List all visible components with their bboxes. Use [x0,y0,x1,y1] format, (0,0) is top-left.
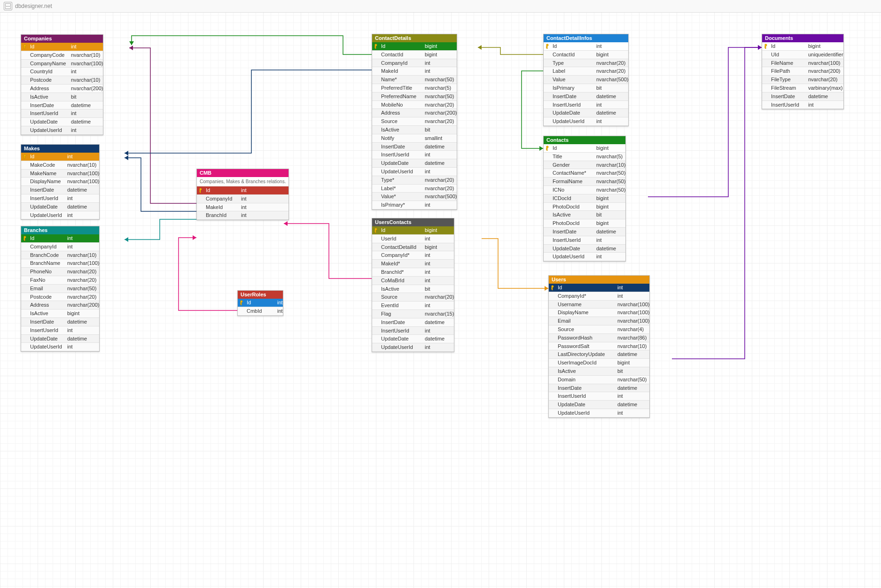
table-field-row[interactable]: UpdateDatedatetime [21,335,99,343]
table-field-row[interactable]: EventIdint [372,302,454,310]
table-field-row[interactable]: Emailnvarchar(50) [21,285,99,293]
table-field-row[interactable]: Label*nvarchar(20) [372,185,457,193]
table-field-row[interactable]: Idbigint [762,42,843,51]
table-field-row[interactable]: IsActivebit [549,367,649,376]
table-field-row[interactable]: Idint [238,299,283,307]
table-field-row[interactable]: Valuenvarchar(500) [544,76,628,84]
table-field-row[interactable]: IsActivebit [372,285,454,294]
table-field-row[interactable]: MakeNamenvarchar(100) [21,170,99,178]
table-field-row[interactable]: Name*nvarchar(50) [372,76,457,84]
table-field-row[interactable]: Usernamenvarchar(100) [549,301,649,309]
table-field-row[interactable]: UpdateDatedatetime [544,109,628,117]
table-field-row[interactable]: IsActivebit [372,126,457,134]
table-header[interactable]: Users [549,276,649,284]
table-field-row[interactable]: InsertUserIdint [544,236,625,245]
table-field-row[interactable]: UpdateDatedatetime [549,401,649,409]
table-field-row[interactable]: InsertUserIdint [372,151,457,159]
table-field-row[interactable]: Idint [21,153,99,161]
table-field-row[interactable]: MakeIdint [372,67,457,76]
table-field-row[interactable]: UpdateUserIdint [21,343,99,351]
table-field-row[interactable]: CmbIdint [238,307,283,316]
table-field-row[interactable]: CoMaBrIdint [372,277,454,285]
table-field-row[interactable]: ContactIdbigint [544,51,628,59]
table-field-row[interactable]: Addressnvarchar(200) [21,301,99,309]
table-cmb[interactable]: CMBCompanies, Makes & Branches relations… [196,169,289,220]
table-userscontacts[interactable]: UsersContactsIdbigintUserIdintContactDet… [372,218,454,352]
table-field-row[interactable]: UpdateUserIdint [21,211,99,220]
table-userroles[interactable]: UserRolesIdintCmbIdint [237,290,283,316]
table-field-row[interactable]: IsPrimarybit [544,84,628,93]
table-field-row[interactable]: BranchNamenvarchar(100) [21,259,99,268]
table-field-row[interactable]: IsActivebit [544,211,625,219]
table-field-row[interactable]: UpdateDatedatetime [372,335,454,343]
table-field-row[interactable]: ICNonvarchar(50) [544,186,625,194]
table-field-row[interactable]: PhotoDocIdbigint [544,203,625,211]
table-field-row[interactable]: MakeIdint [197,203,288,212]
table-header[interactable]: UsersContacts [372,218,454,226]
table-field-row[interactable]: CompanyIdint [372,59,457,68]
table-field-row[interactable]: Sourcenvarchar(20) [372,117,457,126]
table-field-row[interactable]: InsertDatedatetime [372,318,454,327]
table-field-row[interactable]: UpdateDatedatetime [544,245,625,253]
table-field-row[interactable]: ContactDetailIdbigint [372,243,454,252]
table-contacts[interactable]: ContactsIdbigintTitlenvarchar(5)Gendernv… [543,136,626,262]
table-field-row[interactable]: PreferredTitlenvarchar(5) [372,84,457,93]
table-field-row[interactable]: ICDocIdbigint [544,194,625,203]
table-field-row[interactable]: UserIdint [372,235,454,243]
table-field-row[interactable]: Idbigint [544,144,625,153]
table-field-row[interactable]: Postcodenvarchar(20) [21,293,99,302]
table-header[interactable]: Branches [21,226,99,234]
table-field-row[interactable]: UIduniqueidentifier [762,51,843,59]
table-field-row[interactable]: CompanyCodenvarchar(10) [21,51,103,60]
table-header[interactable]: Documents [762,34,843,42]
table-field-row[interactable]: BranchCodenvarchar(10) [21,251,99,260]
table-field-row[interactable]: Notifysmallint [372,134,457,143]
table-field-row[interactable]: ContactName*nvarchar(50) [544,169,625,178]
table-field-row[interactable]: PhoneNonvarchar(20) [21,268,99,276]
table-field-row[interactable]: InsertDatedatetime [549,384,649,393]
table-header[interactable]: CMB [197,169,288,177]
table-branches[interactable]: BranchesIdintCompanyIdintBranchCodenvarc… [21,226,100,352]
table-field-row[interactable]: PasswordHashnvarchar(86) [549,334,649,342]
table-field-row[interactable]: Idbigint [372,226,454,235]
table-field-row[interactable]: CompanyIdint [21,243,99,251]
table-field-row[interactable]: InsertUserIdint [549,392,649,401]
table-field-row[interactable]: FileNamenvarchar(100) [762,59,843,68]
table-field-row[interactable]: CompanyId*int [372,251,454,260]
table-field-row[interactable]: Idint [21,234,99,243]
table-field-row[interactable]: IsActivebit [21,93,103,101]
table-companies[interactable]: CompaniesIdintCompanyCodenvarchar(10)Com… [21,34,103,135]
table-field-row[interactable]: CountryIdint [21,68,103,76]
table-field-row[interactable]: Idint [544,42,628,51]
table-field-row[interactable]: Sourcenvarchar(20) [372,293,454,302]
table-field-row[interactable]: UpdateDatedatetime [21,118,103,126]
table-header[interactable]: Companies [21,35,103,43]
table-field-row[interactable]: InsertDatedatetime [544,228,625,236]
table-field-row[interactable]: InsertDatedatetime [21,186,99,194]
table-field-row[interactable]: Idint [549,284,649,292]
table-field-row[interactable]: Value*nvarchar(500) [372,193,457,201]
table-field-row[interactable]: FileTypenvarchar(20) [762,76,843,84]
table-header[interactable]: ContactDetailInfos [544,34,628,42]
table-field-row[interactable]: Emailnvarchar(100) [549,317,649,325]
table-field-row[interactable]: Type*nvarchar(20) [372,176,457,185]
table-contactdetailinfos[interactable]: ContactDetailInfosIdintContactIdbigintTy… [543,34,629,126]
table-field-row[interactable]: InsertUserIdint [21,194,99,203]
table-field-row[interactable]: UpdateUserIdint [21,126,103,135]
table-field-row[interactable]: UpdateDatedatetime [372,159,457,168]
table-makes[interactable]: MakesIdintMakeCodenvarchar(10)MakeNamenv… [21,144,100,220]
table-field-row[interactable]: UpdateUserIdint [544,253,625,261]
table-field-row[interactable]: UpdateUserIdint [372,168,457,176]
table-field-row[interactable]: InsertDatedatetime [544,93,628,101]
table-field-row[interactable]: Addressnvarchar(200) [21,85,103,93]
table-field-row[interactable]: InsertUserIdint [372,327,454,335]
table-field-row[interactable]: InsertDatedatetime [372,143,457,151]
table-field-row[interactable]: Postcodenvarchar(10) [21,76,103,85]
table-field-row[interactable]: Idbigint [372,42,457,51]
table-field-row[interactable]: PasswordSaltnvarchar(10) [549,342,649,351]
table-field-row[interactable]: InsertUserIdint [762,101,843,109]
table-field-row[interactable]: Idint [21,43,103,51]
table-field-row[interactable]: UserImageDocIdbigint [549,359,649,367]
table-field-row[interactable]: Addressnvarchar(200) [372,109,457,117]
table-field-row[interactable]: Sourcenvarchar(4) [549,325,649,334]
